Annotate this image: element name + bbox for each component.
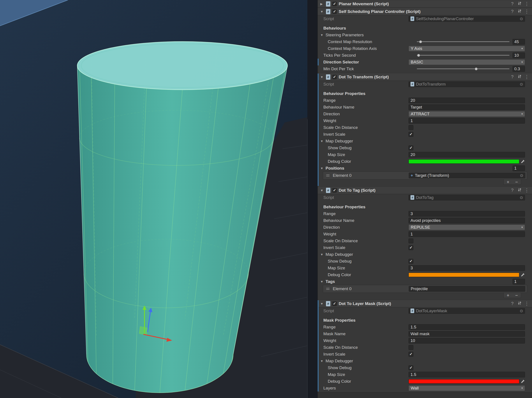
component-enabled-toggle[interactable]: [332, 188, 337, 193]
map-size-field[interactable]: 1.5: [409, 372, 525, 377]
remove-element-button[interactable]: −: [512, 293, 521, 298]
foldout-arrow-icon[interactable]: [320, 189, 324, 192]
object-picker-icon[interactable]: [520, 195, 523, 200]
object-picker-icon[interactable]: [520, 173, 523, 178]
script-field[interactable]: DotToLayerMask: [409, 308, 525, 314]
add-element-button[interactable]: +: [504, 293, 512, 298]
scale-on-distance-checkbox[interactable]: [409, 238, 413, 243]
direction-selector-dropdown[interactable]: BASIC: [409, 59, 525, 65]
range-field[interactable]: 1.5: [409, 324, 525, 330]
behaviour-name-field[interactable]: Avoid projectiles: [409, 218, 525, 224]
foldout-row-steering-parameters[interactable]: Steering Parameters: [318, 31, 532, 38]
ticks-per-second-field[interactable]: 10: [513, 52, 525, 58]
foldout-arrow-icon[interactable]: [320, 359, 324, 363]
weight-field[interactable]: 1: [409, 231, 525, 237]
behaviour-name-field[interactable]: Target: [409, 104, 525, 110]
direction-dropdown[interactable]: ATTRACT: [409, 111, 525, 117]
script-field[interactable]: DotToTransform: [409, 81, 525, 87]
component-enabled-toggle[interactable]: [332, 302, 337, 306]
range-field[interactable]: 3: [409, 211, 525, 217]
object-picker-icon[interactable]: [520, 309, 523, 313]
weight-field[interactable]: 10: [409, 338, 525, 343]
min-dot-per-tick-slider[interactable]: [409, 68, 509, 69]
preset-icon[interactable]: [517, 9, 522, 14]
foldout-arrow-icon[interactable]: [320, 253, 324, 256]
component-header-dot-to-tag[interactable]: Dot To Tag (Script) ? ⋮: [318, 187, 532, 194]
help-icon[interactable]: ?: [510, 9, 515, 14]
layers-dropdown[interactable]: Wall: [409, 385, 525, 391]
preset-icon[interactable]: [517, 1, 522, 6]
component-enabled-toggle[interactable]: [332, 2, 337, 6]
gizmo-plane-handle[interactable]: [139, 326, 148, 335]
show-debug-checkbox[interactable]: [409, 259, 413, 264]
eyedropper-icon[interactable]: [519, 273, 525, 277]
component-enabled-toggle[interactable]: [332, 9, 337, 14]
scale-on-distance-checkbox[interactable]: [409, 345, 413, 350]
weight-field[interactable]: 1: [409, 118, 525, 124]
array-size-field[interactable]: 1: [513, 279, 525, 285]
help-icon[interactable]: ?: [510, 301, 515, 306]
map-size-field[interactable]: 3: [409, 265, 525, 271]
foldout-arrow-icon[interactable]: [320, 10, 324, 13]
drag-handle-icon[interactable]: [326, 288, 329, 290]
show-debug-checkbox[interactable]: [409, 145, 413, 150]
component-header-dot-to-layer-mask[interactable]: Dot To Layer Mask (Script) ? ⋮: [318, 300, 532, 307]
min-dot-per-tick-field[interactable]: 0.3: [513, 66, 525, 72]
component-header-planar-movement[interactable]: Planar Movement (Script) ? ⋮: [318, 0, 532, 8]
direction-dropdown[interactable]: REPULSE: [409, 224, 525, 230]
list-item[interactable]: Element 0 Projectile: [323, 285, 527, 293]
menu-icon[interactable]: ⋮: [524, 187, 529, 193]
menu-icon[interactable]: ⋮: [524, 301, 529, 306]
menu-icon[interactable]: ⋮: [524, 74, 529, 80]
preset-icon[interactable]: [517, 301, 522, 306]
foldout-arrow-icon[interactable]: [320, 280, 324, 283]
menu-icon[interactable]: ⋮: [524, 1, 529, 7]
eyedropper-icon[interactable]: [519, 379, 525, 384]
eyedropper-icon[interactable]: [519, 159, 525, 164]
help-icon[interactable]: ?: [510, 188, 515, 193]
foldout-arrow-icon[interactable]: [320, 302, 324, 305]
help-icon[interactable]: ?: [510, 75, 515, 79]
scale-on-distance-checkbox[interactable]: [409, 125, 413, 130]
invert-scale-checkbox[interactable]: [409, 132, 413, 137]
context-map-resolution-slider[interactable]: [409, 41, 509, 42]
mask-name-field[interactable]: Wall mask: [409, 331, 525, 337]
array-size-field[interactable]: 1: [513, 165, 525, 171]
show-debug-checkbox[interactable]: [409, 365, 413, 370]
foldout-row-map-debugger[interactable]: Map Debugger: [318, 358, 532, 364]
preset-icon[interactable]: [517, 75, 522, 80]
foldout-arrow-icon[interactable]: [320, 2, 324, 6]
remove-element-button[interactable]: −: [512, 180, 521, 184]
map-size-field[interactable]: 20: [409, 152, 525, 157]
context-map-rotation-axis-dropdown[interactable]: Y Axis: [409, 46, 525, 51]
preset-icon[interactable]: [517, 188, 522, 193]
foldout-row-tags[interactable]: Tags 1: [318, 278, 532, 285]
script-field[interactable]: SelfSchedulingPlanarController: [409, 16, 525, 22]
foldout-row-map-debugger[interactable]: Map Debugger: [318, 251, 532, 258]
component-header-self-scheduling-planar-controller[interactable]: Self Scheduling Planar Controller (Scrip…: [318, 8, 532, 15]
foldout-arrow-icon[interactable]: [320, 33, 324, 37]
object-picker-icon[interactable]: [520, 82, 523, 87]
script-field[interactable]: DotToTag: [409, 195, 525, 200]
foldout-arrow-icon[interactable]: [320, 75, 324, 79]
range-field[interactable]: 20: [409, 98, 525, 103]
scene-view[interactable]: [0, 0, 317, 398]
component-enabled-toggle[interactable]: [332, 75, 337, 79]
color-swatch[interactable]: [409, 159, 519, 164]
invert-scale-checkbox[interactable]: [409, 352, 413, 357]
help-icon[interactable]: ?: [510, 1, 515, 6]
object-picker-icon[interactable]: [520, 16, 523, 21]
object-field[interactable]: Target (Transform): [409, 173, 525, 178]
color-swatch[interactable]: [409, 273, 519, 277]
foldout-row-positions[interactable]: Positions 1: [318, 165, 532, 172]
foldout-arrow-icon[interactable]: [320, 139, 324, 143]
context-map-resolution-field[interactable]: 45: [513, 39, 525, 45]
drag-handle-icon[interactable]: [326, 174, 329, 176]
invert-scale-checkbox[interactable]: [409, 245, 413, 250]
foldout-arrow-icon[interactable]: [320, 167, 324, 170]
color-swatch[interactable]: [409, 379, 519, 384]
menu-icon[interactable]: ⋮: [524, 9, 529, 14]
ticks-per-second-slider[interactable]: [409, 55, 509, 56]
component-header-dot-to-transform[interactable]: Dot To Transform (Script) ? ⋮: [318, 73, 532, 81]
tag-field[interactable]: Projectile: [409, 286, 525, 292]
